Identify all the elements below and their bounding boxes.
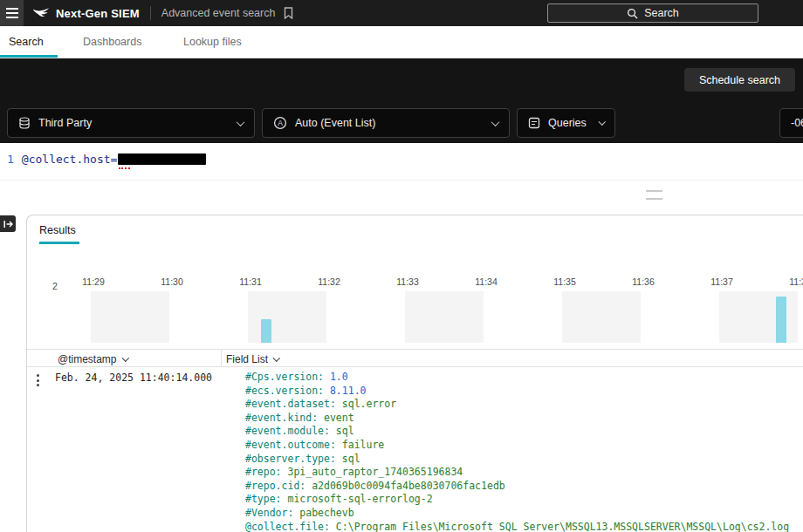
field-value[interactable]: pabechevb [299,507,353,519]
chart-column-stripe [405,291,484,343]
data-source-dropdown[interactable]: Third Party [7,108,255,138]
schedule-search-button[interactable]: Schedule search [684,68,795,92]
query-line: 1 @collect.host= [7,153,206,166]
chart-x-tick: 11:34 [467,276,505,287]
field-line: #event.module: sql [245,425,789,439]
field-value[interactable]: event [324,412,354,424]
header-column-divider [221,350,222,366]
tab-dashboards[interactable]: Dashboards [83,36,141,48]
timestamp-column-header[interactable]: @timestamp [58,353,127,365]
chart-y-tick: 2 [52,281,58,291]
tab-bar: Search Dashboards Lookup files [0,26,803,58]
results-panel: Results 2 11:2911:3011:3111:3211:3311:34… [26,215,803,532]
tab-lookup-files[interactable]: Lookup files [183,36,242,48]
field-key[interactable]: #ecs.version: [245,385,330,397]
field-line: #event.kind: event [245,412,789,426]
time-range-dropdown[interactable]: -06 [779,108,803,138]
field-list-header-label: Field List [226,353,268,365]
field-value[interactable]: a2d069b0c0094fa4be8030706fac1edb [312,480,505,492]
queries-dropdown[interactable]: Queries [517,108,615,138]
field-key[interactable]: #event.dataset: [245,398,342,410]
field-key[interactable]: #repo: [245,466,287,478]
chevron-down-icon [121,355,128,362]
histogram-bar[interactable] [261,319,271,343]
field-line: #repo.cid: a2d069b0c0094fa4be8030706fac1… [245,480,789,494]
field-value[interactable]: 8.11.0 [330,385,367,397]
chart-x-tick: 11:37 [703,276,741,287]
queries-icon [528,117,540,129]
field-key[interactable]: #event.outcome: [245,439,342,451]
field-list-column-header[interactable]: Field List [226,353,279,365]
field-line: @collect.file: C:\Program Files\Microsof… [245,521,789,532]
chevron-down-icon [598,119,605,126]
falcon-logo-icon [32,6,50,20]
queries-label: Queries [548,117,587,129]
field-line: #event.dataset: sql.error [245,398,789,412]
field-value[interactable]: sql [342,453,360,465]
query-text[interactable]: @collect.host= [22,153,118,166]
page-title: Advanced event search [161,7,276,19]
pane-resize-handle[interactable] [646,190,662,200]
field-key[interactable]: #event.kind: [245,412,324,424]
event-timestamp: Feb. 24, 2025 11:40:14.000 [55,372,212,384]
chevron-down-icon [237,118,245,126]
active-tab-indicator [0,55,58,58]
toolbar-band: Schedule search Third Party A Auto (Even… [0,58,803,143]
app-window: Next-Gen SIEM Advanced event search Sear… [0,0,803,532]
results-row: Feb. 24, 2025 11:40:14.000 #Cps.version:… [27,367,803,532]
field-key[interactable]: #Cps.version: [245,371,330,383]
results-table-header: @timestamp Field List [27,349,803,367]
data-source-icon [18,117,31,129]
view-mode-dropdown[interactable]: A Auto (Event List) [262,108,510,138]
chart-column-stripe [248,291,326,343]
field-key[interactable]: #event.module: [245,425,336,437]
field-key[interactable]: #repo.cid: [245,480,312,492]
field-key[interactable]: #observer.type: [245,453,342,465]
tab-results[interactable]: Results [39,224,76,236]
field-line: #Cps.version: 1.0 [245,371,789,385]
field-line: #event.outcome: failure [245,439,789,453]
row-menu-button[interactable] [35,372,41,388]
menu-button[interactable] [0,0,24,26]
chart-x-tick: 11:31 [231,276,270,287]
field-value[interactable]: failure [342,439,384,451]
field-value[interactable]: 1.0 [330,371,348,383]
field-value[interactable]: microsoft-sql-errorlog-2 [287,493,432,505]
field-line: #type: microsoft-sql-errorlog-2 [245,493,789,507]
chart-x-tick: 11:33 [388,276,427,287]
field-value[interactable]: sql [336,425,354,437]
field-key[interactable]: #Vendor: [245,507,299,519]
field-line: #Vendor: pabechevb [245,507,789,521]
chart-x-tick: 11:38 [781,276,803,287]
topbar-divider [150,6,151,20]
chevron-down-icon [491,118,500,126]
chart-column-stripe [562,291,641,343]
auto-view-icon: A [273,116,287,130]
data-source-label: Third Party [38,117,92,129]
time-range-partial-label: -06 [791,117,803,129]
field-key[interactable]: #type: [245,493,287,505]
chart-x-tick: 11:29 [74,276,113,287]
field-line: #repo: 3pi_auto_raptor_1740365196834 [245,466,789,480]
panel-toggle-button[interactable] [0,215,16,232]
svg-text:A: A [278,119,283,127]
search-icon [627,8,638,19]
query-editor[interactable]: 1 @collect.host= [0,143,803,181]
global-search[interactable]: Search [547,3,758,23]
chart-column-stripe [91,291,169,343]
chart-area: 2 11:2911:3011:3111:3211:3311:3411:3511:… [27,257,803,344]
field-key[interactable]: @collect.file: [245,521,336,532]
results-tab-indicator [39,242,79,244]
field-value[interactable]: C:\Program Files\Microsoft SQL Server\MS… [336,521,789,532]
top-bar: Next-Gen SIEM Advanced event search Sear… [0,0,803,26]
redacted-value [118,153,206,165]
view-mode-label: Auto (Event List) [295,117,375,129]
field-list: #Cps.version: 1.0#ecs.version: 8.11.0#ev… [245,371,789,532]
bookmark-icon[interactable] [284,7,293,19]
field-value[interactable]: 3pi_auto_raptor_1740365196834 [287,466,463,478]
tab-search[interactable]: Search [9,36,44,48]
field-line: #observer.type: sql [245,453,789,467]
field-value[interactable]: sql.error [342,398,396,410]
histogram-bar[interactable] [776,297,786,343]
global-search-label: Search [644,7,679,19]
